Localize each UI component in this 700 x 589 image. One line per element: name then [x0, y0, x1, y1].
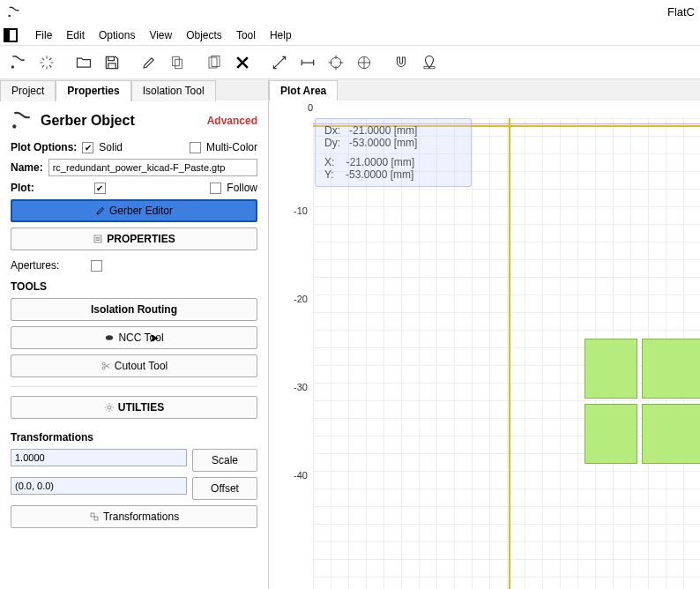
measure-icon[interactable] [294, 49, 321, 76]
plot-checkbox[interactable] [94, 183, 106, 194]
name-input[interactable] [48, 159, 257, 176]
paste-pad [642, 339, 700, 399]
sparkle-icon[interactable] [34, 49, 60, 76]
scale-input[interactable] [11, 449, 187, 466]
follow-checkbox[interactable] [210, 183, 221, 194]
tab-properties[interactable]: Properties [56, 80, 130, 101]
name-label: Name: [11, 161, 43, 174]
apertures-checkbox[interactable] [91, 260, 102, 272]
axis-tick-top-0: 0 [308, 102, 313, 113]
svg-rect-3 [175, 59, 182, 69]
transformations-button[interactable]: Transformations [11, 505, 257, 528]
svg-rect-15 [91, 513, 94, 517]
plot-label: Plot: [11, 182, 34, 194]
multicolor-label: Multi-Color [206, 141, 257, 153]
window-title: FlatC [667, 5, 695, 19]
paste-pad [585, 404, 637, 464]
advanced-toggle[interactable]: Advanced [207, 115, 257, 127]
menu-edit[interactable]: Edit [59, 27, 92, 43]
origin-icon[interactable] [351, 49, 377, 76]
follow-label: Follow [227, 182, 257, 194]
gerber-object-icon [11, 109, 34, 132]
panel-title: Gerber Object [41, 113, 200, 129]
svg-point-14 [108, 406, 111, 409]
app-icon [7, 5, 21, 19]
ncc-tool-button[interactable]: NCC Tool [11, 326, 257, 349]
pencil-icon [95, 205, 106, 216]
magnet-icon[interactable] [388, 49, 414, 76]
duplicate-icon[interactable] [201, 49, 227, 76]
list-icon [93, 234, 103, 244]
isolation-routing-button[interactable]: Isolation Routing [11, 298, 257, 321]
zoom-fit-icon[interactable] [266, 49, 293, 76]
tab-isolation-tool[interactable]: Isolation Tool [131, 80, 216, 101]
svg-point-11 [106, 336, 113, 340]
offset-button[interactable]: Offset [192, 477, 257, 500]
svg-point-1 [11, 65, 14, 68]
copy-icon[interactable] [164, 49, 190, 76]
svg-rect-16 [94, 517, 98, 520]
target-icon[interactable] [323, 49, 349, 76]
gerber-editor-button[interactable]: Gerber Editor ➤ [11, 199, 257, 222]
menu-view[interactable]: View [142, 27, 179, 43]
open-folder-icon[interactable] [71, 49, 97, 76]
utilities-button[interactable]: UTILTIES [11, 396, 257, 419]
delete-icon[interactable] [229, 49, 256, 76]
edit-icon[interactable] [136, 49, 162, 76]
svg-point-9 [12, 124, 16, 128]
solid-label: Solid [99, 141, 123, 153]
axis-tick-left-10: -10 [294, 205, 308, 216]
save-icon[interactable] [99, 49, 125, 76]
location-icon[interactable] [416, 49, 443, 76]
axis-tick-left-20: -20 [294, 294, 308, 304]
multicolor-checkbox[interactable] [190, 142, 201, 153]
tab-project[interactable]: Project [0, 80, 56, 101]
plot-area[interactable]: 0 -10 -20 -30 -40 Dx: -21.0000 [mm] Dy: … [269, 101, 700, 589]
menu-tool[interactable]: Tool [229, 27, 263, 43]
paint-icon [104, 332, 115, 343]
menu-objects[interactable]: Objects [179, 27, 229, 43]
panel-toggle-icon[interactable] [4, 28, 18, 42]
gear-icon [104, 402, 115, 413]
offset-input[interactable] [11, 477, 187, 495]
apertures-label: Apertures: [11, 259, 59, 272]
scale-button[interactable]: Scale [192, 449, 257, 472]
axis-tick-left-40: -40 [294, 470, 308, 481]
plot-options-label: Plot Options: [11, 141, 77, 153]
axis-tick-left-30: -30 [294, 382, 308, 392]
solid-checkbox[interactable] [82, 142, 93, 153]
paste-pad [642, 404, 700, 464]
svg-point-0 [8, 15, 11, 18]
menu-file[interactable]: File [28, 27, 59, 43]
menu-options[interactable]: Options [92, 27, 142, 43]
new-project-icon[interactable] [5, 49, 32, 76]
coordinate-info-box: Dx: -21.0000 [mm] Dy: -53.0000 [mm] X: -… [315, 118, 472, 187]
svg-point-6 [331, 57, 341, 68]
cutout-tool-button[interactable]: Cutout Tool [11, 354, 257, 377]
board-outline-left [509, 118, 510, 589]
transformations-title: Transformations [11, 431, 257, 444]
tools-section-title: TOOLS [11, 280, 257, 293]
scissors-icon [101, 361, 111, 371]
tab-plot-area[interactable]: Plot Area [269, 80, 338, 101]
properties-button[interactable]: PROPERTIES [11, 227, 257, 250]
menu-help[interactable]: Help [263, 27, 299, 43]
svg-rect-2 [173, 56, 180, 66]
transform-icon [89, 511, 100, 522]
paste-pad [585, 339, 637, 399]
